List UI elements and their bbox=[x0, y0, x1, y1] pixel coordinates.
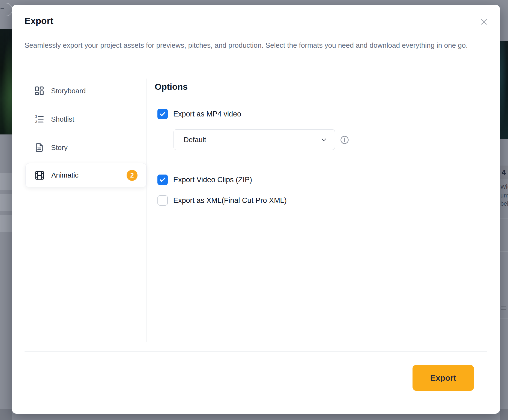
options-divider bbox=[156, 164, 489, 164]
clips-checkbox-label[interactable]: Export Video Clips (ZIP) bbox=[173, 176, 252, 184]
film-icon bbox=[34, 170, 45, 181]
option-clips-row: Export Video Clips (ZIP) bbox=[157, 175, 252, 185]
background-divider bbox=[0, 26, 12, 26]
tab-animatic[interactable]: Animatic 2 bbox=[25, 163, 147, 187]
layout-grid-icon bbox=[34, 86, 44, 96]
background-text-fragment: Wid bbox=[500, 183, 508, 190]
tab-storyboard[interactable]: Storyboard bbox=[25, 83, 147, 98]
header-divider bbox=[25, 69, 487, 69]
background-row bbox=[0, 173, 12, 190]
check-icon bbox=[159, 176, 166, 183]
selected-quality-value: Default bbox=[184, 136, 320, 144]
export-dialog: Export Seamlessly export your project as… bbox=[12, 5, 500, 414]
dialog-title: Export bbox=[25, 16, 53, 26]
background-divider bbox=[500, 218, 508, 218]
tab-label: Storyboard bbox=[51, 87, 86, 95]
tab-label: Story bbox=[51, 143, 68, 152]
check-icon bbox=[159, 110, 166, 118]
xml-checkbox-unchecked[interactable] bbox=[157, 195, 168, 206]
tab-label: Animatic bbox=[51, 171, 79, 179]
option-xml-row: Export as XML(Final Cut Pro XML) bbox=[157, 195, 287, 206]
menu-icon bbox=[501, 306, 506, 311]
svg-text:1: 1 bbox=[35, 114, 37, 118]
background-text-fragment: umi bbox=[500, 192, 508, 199]
background-band bbox=[0, 409, 12, 420]
info-icon bbox=[340, 135, 349, 145]
close-button[interactable] bbox=[478, 16, 490, 28]
app-canvas: 4 Wid umi beh Export Seamlessly export y… bbox=[0, 0, 508, 420]
tab-shotlist[interactable]: 1 2 Shotlist bbox=[25, 112, 147, 127]
background-divider bbox=[500, 251, 508, 252]
background-pill-control bbox=[0, 3, 13, 16]
background-row bbox=[0, 194, 12, 211]
option-mp4-row: Export as MP4 video bbox=[157, 109, 241, 119]
background-image-left bbox=[0, 29, 12, 134]
options-heading: Options bbox=[155, 82, 188, 92]
background-divider bbox=[500, 235, 508, 235]
background-divider bbox=[500, 319, 508, 319]
dialog-description: Seamlessly export your project assets fo… bbox=[25, 39, 488, 51]
quality-info-button[interactable] bbox=[340, 135, 349, 145]
mp4-checkbox-label[interactable]: Export as MP4 video bbox=[173, 110, 241, 118]
background-band bbox=[500, 409, 508, 420]
export-button[interactable]: Export bbox=[413, 365, 474, 391]
minus-icon bbox=[1, 8, 4, 9]
svg-text:2: 2 bbox=[35, 120, 37, 124]
background-image-right bbox=[500, 41, 508, 139]
background-divider bbox=[500, 26, 508, 26]
chevron-down-icon bbox=[320, 136, 328, 143]
background-text-fragment: beh bbox=[500, 200, 508, 207]
close-icon bbox=[480, 18, 488, 26]
background-row bbox=[0, 215, 12, 232]
document-icon bbox=[34, 142, 44, 153]
background-shot-number: 4 bbox=[500, 166, 508, 179]
mp4-checkbox-checked[interactable] bbox=[157, 109, 168, 119]
numbered-list-icon: 1 2 bbox=[34, 114, 44, 124]
clips-checkbox-checked[interactable] bbox=[157, 175, 168, 185]
tab-label: Shotlist bbox=[51, 115, 74, 124]
column-divider bbox=[147, 79, 147, 342]
animatic-count-badge: 2 bbox=[127, 170, 138, 181]
footer-divider bbox=[25, 351, 487, 352]
tab-story[interactable]: Story bbox=[25, 140, 147, 155]
xml-checkbox-label[interactable]: Export as XML(Final Cut Pro XML) bbox=[173, 196, 287, 205]
mp4-quality-select[interactable]: Default bbox=[174, 129, 335, 150]
